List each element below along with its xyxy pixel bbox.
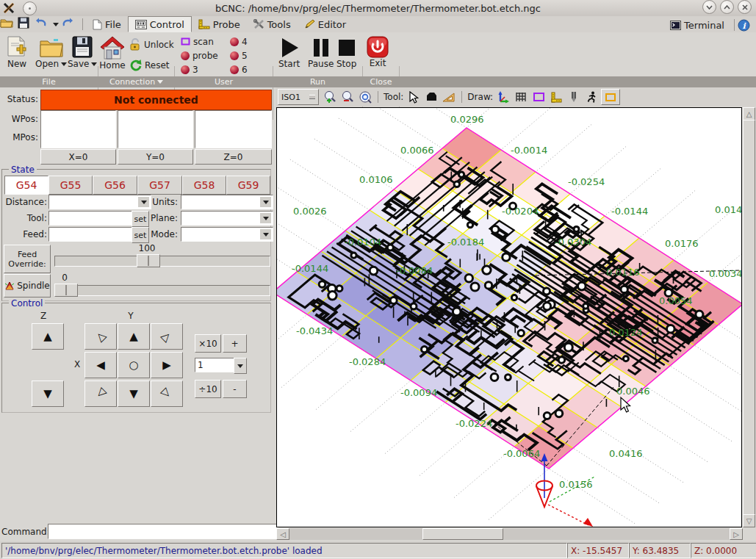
zoom-out-button[interactable]: [339, 90, 356, 104]
hscroll-thumb[interactable]: [422, 528, 503, 540]
jog-xy-downleft-button[interactable]: △: [84, 381, 117, 407]
jog-xy-upleft-button[interactable]: △: [84, 323, 117, 350]
jog-origin-button[interactable]: ○: [118, 352, 150, 378]
distance-combobox[interactable]: [48, 195, 151, 209]
user-button-scan[interactable]: scan: [181, 37, 214, 47]
scroll-left-arrow[interactable]: ◁: [276, 528, 289, 540]
open-file-icon[interactable]: [0, 17, 16, 32]
gcode-canvas[interactable]: 0.02960.0066-0.00140.0106-0.02540.0026-0…: [276, 107, 742, 527]
start-button[interactable]: Start: [278, 37, 300, 69]
wcs-g56[interactable]: G56: [93, 176, 137, 195]
tab-file[interactable]: File: [86, 17, 128, 32]
feed-override-button[interactable]: Feed Override:: [4, 245, 51, 273]
zero-y-button[interactable]: Y=0: [118, 149, 193, 165]
scroll-up-arrow[interactable]: △: [743, 107, 755, 120]
step-minus-button[interactable]: -: [223, 380, 247, 398]
undo-icon[interactable]: [35, 17, 51, 32]
user-button-5[interactable]: 5: [230, 51, 248, 61]
wcs-g58[interactable]: G58: [182, 176, 226, 195]
terminal-button[interactable]: Terminal: [663, 18, 731, 32]
redo-icon[interactable]: [62, 17, 78, 32]
zero-z-button[interactable]: Z=0: [195, 149, 272, 165]
command-input[interactable]: [48, 524, 278, 539]
step-plus-button[interactable]: +: [223, 334, 247, 353]
tab-probe[interactable]: Probe: [192, 17, 247, 32]
pause-button[interactable]: Pause: [308, 37, 334, 69]
jog-xy-downright-button[interactable]: △: [151, 381, 183, 407]
canvas-hscrollbar[interactable]: ◁ ▷: [276, 528, 742, 540]
draw-grid-button[interactable]: [513, 90, 529, 104]
pos-cell-y[interactable]: [118, 110, 193, 148]
draw-ruler-button[interactable]: [548, 90, 564, 104]
step-combobox[interactable]: 1: [195, 358, 237, 372]
open-button[interactable]: Open: [35, 35, 67, 69]
ruler-tool-button[interactable]: [441, 90, 457, 104]
pos-cell-x[interactable]: [40, 110, 116, 148]
exit-button[interactable]: Exit: [367, 36, 389, 68]
home-button[interactable]: Home: [99, 35, 126, 71]
window-menu-button[interactable]: [23, 1, 37, 15]
user-button-6[interactable]: 6: [230, 65, 248, 75]
undo-dropdown-caret[interactable]: [53, 23, 59, 26]
feed-entry[interactable]: [48, 227, 135, 242]
draw-axes-button[interactable]: [495, 90, 511, 104]
units-combobox[interactable]: [181, 195, 273, 209]
jog-x-plus-button[interactable]: ▶: [151, 352, 183, 378]
draw-probe-button[interactable]: [566, 90, 582, 104]
wcs-g54[interactable]: G54: [4, 176, 48, 195]
view-select[interactable]: ISO1: [278, 89, 319, 105]
plane-combobox[interactable]: [181, 211, 273, 226]
jog-x-minus-button[interactable]: ◀: [84, 352, 117, 378]
draw-paths-button[interactable]: [583, 90, 600, 104]
new-button[interactable]: New: [6, 35, 28, 69]
tab-control[interactable]: Control: [128, 16, 192, 32]
step-combobox-arrow[interactable]: [234, 358, 247, 374]
minimize-button[interactable]: [702, 0, 716, 14]
draw-margin-button[interactable]: [530, 90, 547, 104]
scroll-right-arrow[interactable]: ▷: [730, 528, 743, 540]
spindle-slider[interactable]: [54, 285, 270, 296]
feed-override-slider-handle[interactable]: [137, 254, 160, 267]
group-connection[interactable]: Connection: [98, 76, 174, 87]
chevron-down-icon[interactable]: [260, 213, 271, 223]
maximize-button[interactable]: [720, 0, 734, 14]
user-button-4[interactable]: 4: [230, 37, 248, 47]
tab-editor[interactable]: Editor: [298, 17, 353, 32]
canvas-vscrollbar[interactable]: △ ▽: [743, 107, 755, 527]
reset-button[interactable]: Reset: [129, 59, 170, 71]
step-mul10-button[interactable]: ×10: [195, 334, 221, 353]
close-button[interactable]: [738, 0, 752, 14]
jog-xy-upright-button[interactable]: △: [151, 323, 183, 350]
jog-z-up-button[interactable]: ▲: [32, 323, 64, 350]
chevron-down-icon[interactable]: [260, 197, 271, 207]
feed-override-slider[interactable]: [54, 256, 270, 267]
wcs-g57[interactable]: G57: [137, 176, 182, 195]
gantry-tool-button[interactable]: [423, 90, 439, 104]
mode-combobox[interactable]: [181, 227, 273, 242]
chevron-down-icon[interactable]: [260, 229, 271, 239]
save-button[interactable]: Save: [68, 35, 97, 69]
user-button-probe[interactable]: probe: [181, 51, 218, 61]
wcs-g59[interactable]: G59: [226, 176, 270, 195]
save-file-icon[interactable]: [18, 17, 34, 32]
stop-button[interactable]: Stop: [336, 37, 356, 69]
tab-tools[interactable]: Tools: [247, 17, 298, 32]
scroll-down-arrow[interactable]: ▽: [743, 514, 755, 527]
select-tool-button[interactable]: [406, 90, 422, 104]
jog-y-down-button[interactable]: ▼: [118, 381, 150, 407]
jog-y-up-button[interactable]: ▲: [118, 323, 150, 350]
spindle-button[interactable]: Spindle: [4, 274, 51, 297]
help-icon[interactable]: i: [738, 19, 750, 32]
unlock-button[interactable]: Unlock: [129, 38, 174, 51]
jog-z-down-button[interactable]: ▼: [32, 381, 64, 407]
user-button-3[interactable]: 3: [181, 65, 198, 75]
zoom-in-button[interactable]: [322, 90, 338, 104]
zoom-fit-button[interactable]: [357, 90, 373, 104]
tool-entry[interactable]: [48, 211, 135, 226]
step-div10-button[interactable]: ÷10: [195, 380, 221, 398]
spindle-slider-handle[interactable]: [54, 284, 78, 297]
draw-rapid-button[interactable]: [601, 89, 620, 105]
zero-x-button[interactable]: X=0: [40, 149, 116, 165]
pos-cell-z[interactable]: [195, 110, 272, 148]
wcs-g55[interactable]: G55: [48, 176, 93, 195]
